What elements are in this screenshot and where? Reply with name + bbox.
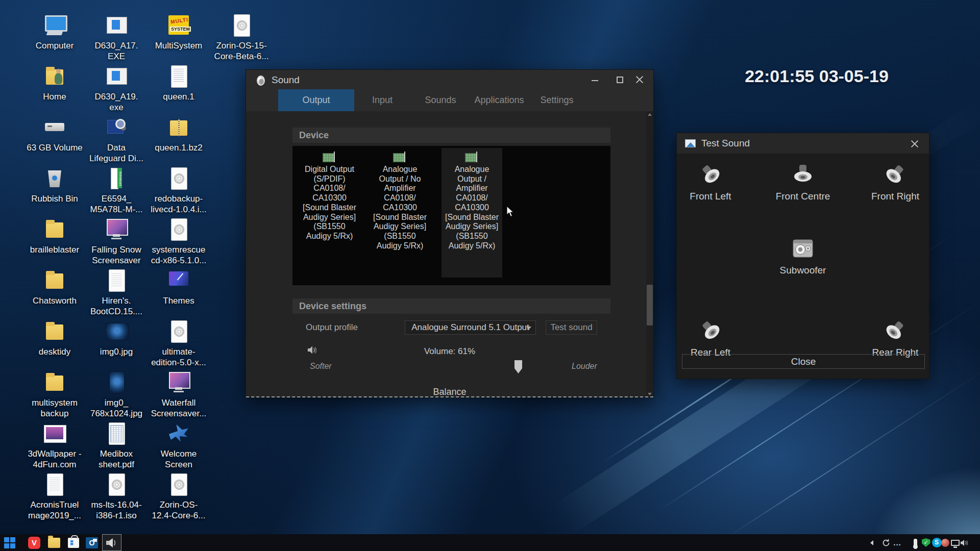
taskbar-app-software-store[interactable] [65,534,82,551]
speaker-icon [106,538,118,548]
exe-file-icon [104,64,129,88]
close-button[interactable] [635,76,651,87]
desktop-icon-themes[interactable]: Themes [151,268,207,307]
desktop-icon-label: desktidy [27,347,83,358]
desktop-icon-img0[interactable]: img0.jpg [88,319,144,358]
output-profile-select[interactable]: Analogue Surround 5.1 Output [405,320,536,335]
device-name: Analogue Output / Amplifier CA0108/ CA10… [442,165,502,251]
test-sound-button[interactable]: Test sound [546,320,597,335]
document-icon [104,268,129,292]
desktop-icon-ultimate-edition[interactable]: ultimate- edition-5.0-x... [151,319,207,368]
desktop-icon-ms-lts[interactable]: ms-lts-16.04- i386-r1.iso [88,472,144,521]
cone-speaker-icon [699,163,722,185]
speaker-front-centre[interactable]: Front Centre [772,163,834,202]
sound-card-icon [323,152,336,162]
desktop-icon-redobackup[interactable]: redobackup- livecd-1.0.4.i... [151,166,207,215]
tray-security[interactable]: ✓ [921,534,931,551]
desktop-icon-3dwallpaper[interactable]: 3dWallpaper - 4dFun.com [27,421,83,470]
desktop-icon-label: Data Lifeguard Di... [88,143,144,164]
trash-icon [42,166,67,190]
desktop-icon-label: Welcome Screen [151,449,207,470]
tab-settings[interactable]: Settings [533,89,580,111]
desktop-icon-d630-a19[interactable]: D630_A19. exe [88,64,144,113]
motherboard-icon-text: Motherboard [117,169,122,188]
tab-sounds[interactable]: Sounds [414,89,467,111]
desktop-icon-multisystem-backup[interactable]: multisystem backup [27,370,83,419]
taskbar-app-sound-active[interactable] [102,534,121,551]
desktop-icon-zorin15[interactable]: Zorin-OS-15- Core-Beta-6... [213,13,270,62]
minimize-button[interactable] [587,74,602,85]
folder-icon [42,217,67,241]
balance-label: Balance [399,387,501,397]
taskbar-app-file-manager[interactable] [46,534,62,551]
tab-input[interactable]: Input [359,89,405,111]
desktop-icon-e6594[interactable]: Motherboard E6594_ M5A78L-M-... [88,166,144,215]
speaker-front-right[interactable]: Front Right [865,163,926,202]
device-option-analogue-amp[interactable]: Analogue Output / Amplifier CA0108/ CA10… [442,148,502,278]
desktop-icon-queen1[interactable]: queen.1 [151,64,207,103]
taskbar-app-vivaldi[interactable]: V [26,534,43,551]
maximize-button[interactable] [612,74,627,85]
start-button[interactable] [2,534,18,551]
minimize-icon [592,80,598,81]
tray-notifier[interactable] [940,534,950,551]
desktop-icon-label: systemrescue cd-x86-5.1.0... [151,245,207,266]
thermometer-icon [914,539,917,546]
speaker-subwoofer[interactable]: Subwoofer [772,238,834,276]
desktop-icon-chatsworth[interactable]: Chatsworth [27,268,83,307]
desktop-icon-queen1-bz2[interactable]: queen.1.bz2 [151,115,207,154]
desktop-icon-rubbish-bin[interactable]: Rubbish Bin [27,166,83,205]
speaker-label: Subwoofer [772,265,834,276]
desktop-icon-systemrescue[interactable]: systemrescue cd-x86-5.1.0... [151,217,207,266]
speaker-rear-left[interactable]: Rear Left [680,319,741,358]
dialog-close-button[interactable] [911,140,918,147]
desktop-icon-zorin124[interactable]: Zorin-OS- 12.4-Core-6... [151,472,207,521]
scrollbar[interactable] [646,111,653,398]
desktop-icon-desktidy[interactable]: desktidy [27,319,83,358]
tray-collapse-button[interactable] [868,534,876,551]
speaker-rear-right[interactable]: Rear Right [865,319,926,358]
tray-overflow[interactable]: ... [892,534,902,551]
tray-volume[interactable] [959,534,970,551]
desktop-icon-hirens[interactable]: Hiren's. BootCD.15.... [88,268,144,317]
desktop-icon-multisystem[interactable]: MULTI SYSTEM MultiSystem [151,13,207,52]
desktop-icon-label: Home [27,92,83,103]
desktop-icon-label: Computer [27,41,83,52]
dialog-title: Test Sound [701,138,750,149]
desktop-icon-acronis[interactable]: AcronisTruel mage2019_... [27,472,83,521]
folder-icon [48,538,60,548]
dialog-close-action-button[interactable]: Close [682,354,925,369]
device-option-analogue-no-amp[interactable]: Analogue Output / No Amplifier CA0108/ C… [370,148,430,278]
screensaver-icon [166,370,191,394]
desktop-icon-label: Rubbish Bin [27,194,83,205]
desktop-icon-data-lifeguard[interactable]: Data Lifeguard Di... [88,115,144,164]
tab-output[interactable]: Output [278,89,354,111]
tab-applications[interactable]: Applications [471,89,528,111]
image-file-icon [104,319,129,343]
desktop-icon-label: 63 GB Volume [27,143,83,154]
device-option-digital-output[interactable]: Digital Output (S/PDIF) CA0108/ CA10300 … [299,148,360,278]
tray-refresh[interactable] [881,534,891,551]
desktop-icon-medibox[interactable]: Medibox sheet.pdf [88,421,144,470]
taskbar-app-mail[interactable]: O [84,534,100,551]
text-file-icon [166,64,191,88]
desktop-icon-d630-a17[interactable]: D630_A17. EXE [88,13,144,62]
scroll-down-icon[interactable] [648,393,652,395]
scroll-up-icon[interactable] [648,113,652,116]
tray-thermometer[interactable] [911,534,920,551]
archive-folder-icon [166,115,191,139]
volume-slider-handle[interactable] [514,360,522,373]
desktop-icon-label: Waterfall Screensaver... [151,398,207,419]
desktop-icon-label: 3dWallpaper - 4dFun.com [27,449,83,470]
desktop-icon-volume[interactable]: 63 GB Volume [27,115,83,154]
desktop-icon-welcome-screen[interactable]: Welcome Screen [151,421,207,470]
desktop-icon-brailleblaster[interactable]: brailleblaster [27,217,83,256]
desktop-icon-computer[interactable]: Computer [27,13,83,52]
desktop-icon-waterfall[interactable]: Waterfall Screensaver... [151,370,207,419]
scrollbar-thumb[interactable] [647,285,653,325]
speaker-front-left[interactable]: Front Left [680,163,741,202]
desktop-icon-img0-768[interactable]: img0_ 768x1024.jpg [88,370,144,419]
desktop-icon-home[interactable]: Home [27,64,83,103]
speaker-label: Front Left [680,191,741,202]
cone-speaker-icon [699,319,722,341]
